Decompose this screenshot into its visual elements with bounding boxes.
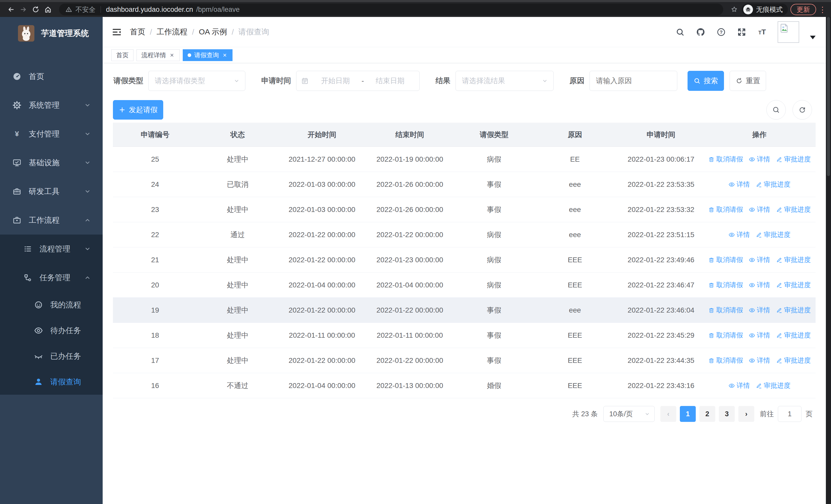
create-leave-button[interactable]: 发起请假	[113, 100, 163, 120]
security-label[interactable]: 不安全	[76, 5, 95, 14]
forward-icon[interactable]	[19, 5, 28, 14]
sidebar-item-home[interactable]: 首页	[0, 62, 103, 91]
trash-icon	[708, 206, 715, 213]
action-detail-link[interactable]: 详情	[728, 381, 750, 390]
breadcrumb-home[interactable]: 首页	[130, 27, 145, 37]
action-progress-link[interactable]: 审批进度	[776, 306, 811, 315]
cell-reason: EE	[535, 155, 615, 164]
leave-table-head: 申请编号状态开始时间结束时间请假类型原因申请时间操作	[113, 123, 815, 147]
column-header: 申请编号	[113, 130, 197, 140]
action-cancel-link[interactable]: 取消请假	[708, 155, 743, 164]
result-placeholder: 请选择流结果	[462, 76, 505, 86]
sidebar-item-payment[interactable]: ¥支付管理	[0, 120, 103, 148]
page-size-select[interactable]: 10条/页	[603, 406, 655, 422]
search-icon[interactable]	[675, 27, 685, 37]
cell-id: 18	[113, 331, 197, 339]
address-bar[interactable]: 不安全 dashboard.yudao.iocoder.cn/bpm/oa/le…	[59, 4, 723, 16]
cell-status: 处理中	[197, 330, 278, 340]
action-detail-link[interactable]: 详情	[749, 155, 770, 164]
bookmark-star-icon[interactable]	[729, 5, 739, 14]
leave-type-select[interactable]: 请选择请假类型	[148, 71, 245, 91]
action-detail-link[interactable]: 详情	[749, 280, 770, 290]
close-icon[interactable]	[222, 52, 228, 58]
avatar[interactable]	[778, 21, 799, 43]
back-icon[interactable]	[6, 5, 16, 14]
result-select[interactable]: 请选择流结果	[456, 71, 553, 91]
tag-process-detail[interactable]: 流程详情	[137, 49, 180, 61]
table-row: 16不通过2022-01-04 00:00:002022-01-13 00:00…	[113, 373, 815, 398]
gear-icon	[12, 100, 22, 110]
sidebar-item-todo-tasks[interactable]: 待办任务	[0, 318, 103, 343]
action-label: 取消请假	[716, 306, 743, 315]
update-button[interactable]: 更新	[791, 4, 816, 15]
action-cancel-link[interactable]: 取消请假	[708, 205, 743, 214]
sidebar-item-task-mgmt[interactable]: 任务管理	[0, 263, 103, 292]
prev-page-button[interactable]: ‹	[660, 406, 676, 422]
table-row: 20处理中2022-01-04 00:00:002022-01-04 00:00…	[113, 272, 815, 298]
action-detail-link[interactable]: 详情	[749, 331, 770, 340]
sidebar-item-my-process[interactable]: 我的流程	[0, 292, 103, 318]
avatar-dropdown-caret-icon[interactable]	[810, 36, 815, 39]
refresh-icon[interactable]	[793, 100, 812, 120]
action-cancel-link[interactable]: 取消请假	[708, 331, 743, 340]
jump-page-input[interactable]	[778, 406, 801, 422]
action-label: 详情	[757, 205, 770, 214]
sidebar-item-process-mgmt[interactable]: 流程管理	[0, 235, 103, 263]
action-detail-link[interactable]: 详情	[749, 205, 770, 214]
breadcrumb: 首页 / 工作流程 / OA 示例 / 请假查询	[130, 27, 269, 37]
reload-icon[interactable]	[31, 5, 40, 14]
tag-leave-query[interactable]: 请假查询	[183, 49, 232, 61]
sidebar-item-done-tasks[interactable]: 已办任务	[0, 343, 103, 369]
sidebar-item-workflow[interactable]: 工作流程	[0, 206, 103, 235]
edit-icon	[776, 156, 782, 163]
reason-input[interactable]	[590, 71, 677, 91]
github-icon[interactable]	[695, 27, 706, 37]
browser-menu-icon[interactable]: ⋮	[819, 5, 825, 14]
sidebar-item-leave-query[interactable]: 请假查询	[0, 369, 103, 395]
action-progress-link[interactable]: 审批进度	[755, 230, 791, 239]
action-detail-link[interactable]: 详情	[728, 230, 750, 239]
home-icon[interactable]	[43, 5, 53, 14]
sidebar-item-dev-tools[interactable]: 研发工具	[0, 177, 103, 206]
action-cancel-link[interactable]: 取消请假	[708, 356, 743, 365]
tag-home[interactable]: 首页	[111, 49, 134, 61]
help-icon[interactable]: ?	[716, 27, 726, 37]
action-detail-link[interactable]: 详情	[749, 306, 770, 315]
action-cancel-link[interactable]: 取消请假	[708, 255, 743, 264]
sidebar-item-system[interactable]: 系统管理	[0, 91, 103, 120]
filter-form: 请假类型 请选择请假类型 申请时间 开始日期	[113, 71, 815, 91]
apply-time-range-picker[interactable]: 开始日期 - 结束日期	[296, 71, 420, 91]
next-page-button[interactable]: ›	[738, 406, 754, 422]
action-progress-link[interactable]: 审批进度	[776, 356, 811, 365]
breadcrumb-oa-example[interactable]: OA 示例	[199, 27, 227, 37]
edit-icon	[755, 382, 762, 389]
action-progress-link[interactable]: 审批进度	[776, 205, 811, 214]
action-cancel-link[interactable]: 取消请假	[708, 280, 743, 290]
action-progress-link[interactable]: 审批进度	[776, 255, 811, 264]
page-button-2[interactable]: 2	[699, 406, 715, 422]
browser-scrollbar[interactable]	[826, 17, 831, 504]
action-progress-link[interactable]: 审批进度	[776, 331, 811, 340]
reset-button[interactable]: 重置	[729, 71, 766, 91]
action-detail-link[interactable]: 详情	[749, 255, 770, 264]
search-toggle-icon[interactable]	[766, 100, 786, 120]
action-cancel-link[interactable]: 取消请假	[708, 306, 743, 315]
action-progress-link[interactable]: 审批进度	[755, 180, 791, 189]
action-progress-link[interactable]: 审批进度	[755, 381, 791, 390]
font-size-icon[interactable]: TT	[757, 27, 767, 37]
breadcrumb-workflow[interactable]: 工作流程	[156, 27, 188, 37]
page-button-1[interactable]: 1	[680, 406, 696, 422]
page-button-3[interactable]: 3	[719, 406, 735, 422]
fullscreen-icon[interactable]	[737, 27, 747, 37]
close-icon[interactable]	[169, 52, 175, 58]
menu-fold-icon[interactable]	[111, 27, 122, 37]
trash-icon	[708, 307, 715, 314]
cell-leave-type: 婚假	[454, 381, 535, 391]
search-button[interactable]: 搜索	[688, 71, 724, 91]
logo-row[interactable]: 芋道管理系统	[0, 17, 103, 45]
action-progress-link[interactable]: 审批进度	[776, 155, 811, 164]
sidebar-item-infrastructure[interactable]: 基础设施	[0, 148, 103, 177]
action-detail-link[interactable]: 详情	[728, 180, 750, 189]
action-detail-link[interactable]: 详情	[749, 356, 770, 365]
action-progress-link[interactable]: 审批进度	[776, 280, 811, 290]
